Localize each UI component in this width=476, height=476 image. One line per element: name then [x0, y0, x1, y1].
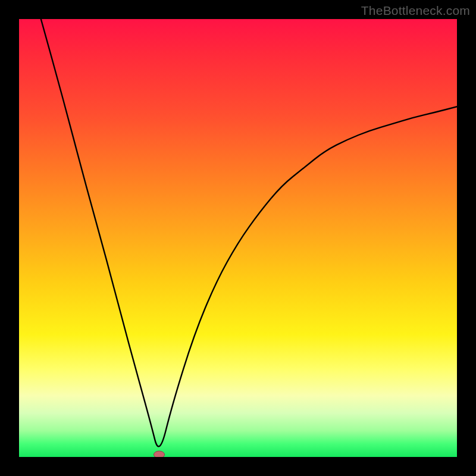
bottleneck-curve — [19, 19, 457, 457]
watermark-text: TheBottleneck.com — [361, 4, 470, 18]
minimum-marker — [154, 451, 165, 457]
plot-area — [19, 19, 457, 457]
curve-path — [41, 19, 457, 446]
chart-frame: TheBottleneck.com — [0, 0, 476, 476]
